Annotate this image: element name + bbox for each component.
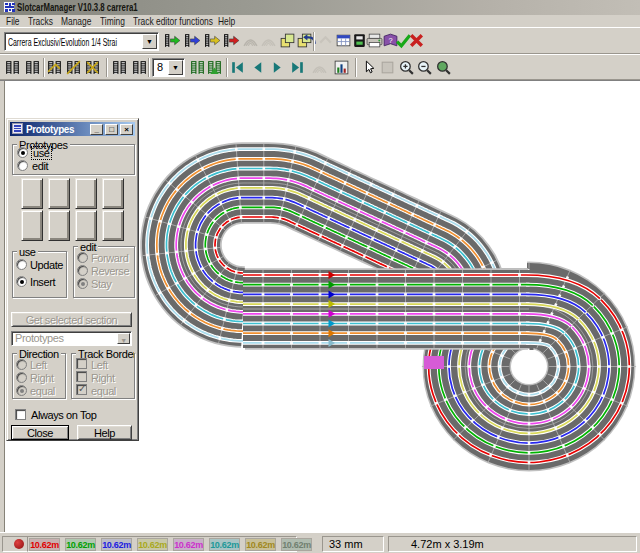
svg-text:?: ? — [388, 36, 392, 45]
